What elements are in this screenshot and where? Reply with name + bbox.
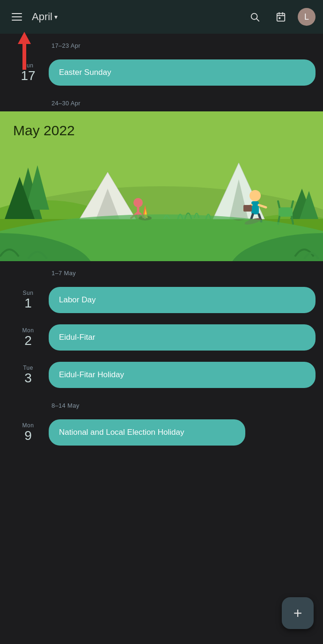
calendar-view-button[interactable] [272,7,290,26]
svg-rect-2 [277,14,285,21]
week-range-may-8: 8–14 May [0,394,323,414]
svg-rect-37 [279,207,293,217]
day-name-sun-1: Sun [23,290,34,296]
may-banner-title: May 2022 [13,123,75,139]
avatar[interactable]: L [298,8,316,26]
arrow-head-icon [18,32,31,44]
hamburger-line-1 [12,13,22,14]
event-easter-sunday[interactable]: Easter Sunday [49,59,316,86]
search-button[interactable] [245,7,264,26]
week-range-april-24: 24–30 Apr [0,91,323,111]
arrow-shaft [22,44,26,70]
day-number-9: 9 [24,429,32,443]
plus-icon: + [294,606,302,621]
event-labor-day[interactable]: Labor Day [49,287,316,313]
header-left: April ▾ [7,7,58,26]
header-right: L [245,7,316,26]
may-banner: May 2022 [0,111,323,261]
event-election-holiday[interactable]: National and Local Election Holiday [49,419,245,446]
day-number-3: 3 [24,371,32,386]
svg-line-1 [257,19,259,21]
day-row-mon-9: Mon 9 National and Local Election Holida… [0,414,323,451]
day-row-mon-2: Mon 2 Eidul-Fitar [0,319,323,356]
day-name-mon-9: Mon [22,422,34,429]
day-number-2: 2 [24,334,32,348]
event-eidul-fitar[interactable]: Eidul-Fitar [49,324,316,351]
menu-button[interactable] [7,7,26,26]
day-label-mon-2: Mon 2 [7,327,49,348]
day-label-sun-1: Sun 1 [7,290,49,311]
month-label: April [32,11,52,23]
day-row-sun-1: Sun 1 Labor Day [0,281,323,319]
day-row-tue-3: Tue 3 Eidul-Fitar Holiday [0,356,323,394]
month-title[interactable]: April ▾ [32,11,58,23]
calendar-icon [276,12,286,22]
day-label-mon-9: Mon 9 [7,422,49,443]
avatar-letter: L [304,12,309,22]
app-header: April ▾ L [0,0,323,34]
day-number-17: 17 [21,69,35,83]
hamburger-line-2 [12,16,22,17]
hamburger-line-3 [12,20,22,21]
add-event-button[interactable]: + [282,597,314,629]
day-name-tue-3: Tue [23,365,33,371]
search-icon [250,12,260,22]
svg-point-21 [133,198,143,207]
svg-rect-36 [243,205,252,212]
red-arrow-indicator [18,32,31,70]
day-row-sun-17: Sun 17 Easter Sunday [0,54,323,91]
event-eidul-fitar-holiday[interactable]: Eidul-Fitar Holiday [49,362,316,388]
svg-point-30 [250,190,261,201]
week-range-may-1: 1–7 May [0,261,323,281]
week-range-april-17: 17–23 Apr [0,34,323,54]
chevron-down-icon: ▾ [54,13,58,21]
day-number-1: 1 [24,296,32,311]
day-label-tue-3: Tue 3 [7,365,49,386]
svg-rect-6 [279,17,280,19]
day-name-mon-2: Mon [22,327,34,334]
svg-rect-31 [251,201,259,214]
